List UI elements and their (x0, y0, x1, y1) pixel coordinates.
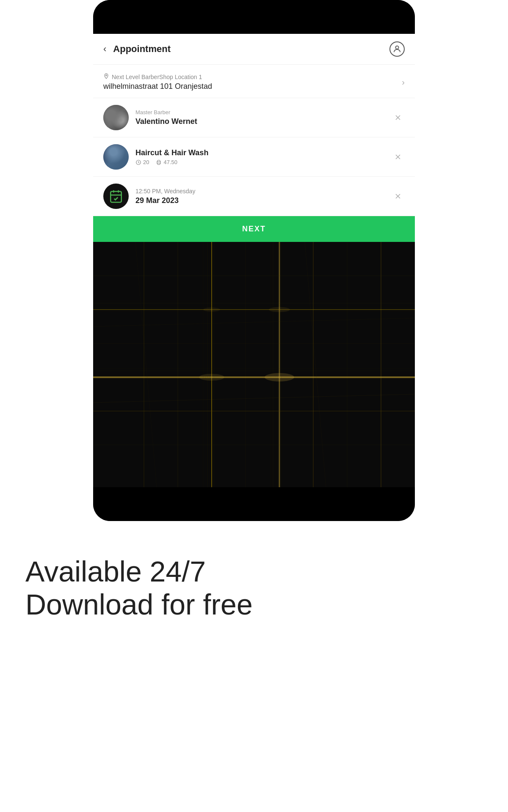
datetime-date: 29 Mar 2023 (135, 196, 384, 205)
tagline-line2: Download for free (25, 588, 253, 621)
barber-avatar (103, 105, 129, 130)
datetime-info: 12:50 PM, Wednesday 29 Mar 2023 (135, 188, 384, 205)
barber-row: Master Barber Valentino Wernet (93, 98, 415, 137)
page-title: Appointment (113, 44, 389, 55)
next-button[interactable]: NEXT (93, 216, 415, 242)
page-wrapper: ‹ Appointment (0, 0, 508, 812)
app-header: ‹ Appointment (93, 34, 415, 65)
svg-rect-13 (93, 242, 415, 487)
device-screen: ‹ Appointment (93, 0, 415, 521)
duration-value: 20 (143, 159, 149, 165)
datetime-time: 12:50 PM, Wednesday (135, 188, 384, 195)
chevron-right-icon: › (402, 77, 405, 87)
svg-point-0 (395, 46, 398, 49)
service-meta: 20 47.50 (135, 159, 384, 165)
svg-point-51 (203, 307, 220, 312)
schedule-avatar (103, 184, 129, 209)
svg-point-49 (269, 307, 290, 312)
back-button[interactable]: ‹ (103, 44, 106, 55)
location-name-row: Next Level BarberShop Location 1 (103, 73, 212, 80)
abstract-bg-svg (93, 242, 415, 487)
barber-name: Valentino Wernet (135, 117, 384, 126)
service-avatar-image (103, 144, 129, 170)
barber-avatar-image (103, 105, 129, 130)
service-info: Haircut & Hair Wash 20 (135, 148, 384, 165)
appointment-card: Next Level BarberShop Location 1 wilhelm… (93, 65, 415, 242)
datetime-row: 12:50 PM, Wednesday 29 Mar 2023 (93, 177, 415, 216)
svg-point-1 (106, 75, 107, 76)
barber-remove-button[interactable] (391, 111, 405, 124)
service-avatar (103, 144, 129, 170)
location-shop-name: Next Level BarberShop Location 1 (112, 74, 202, 80)
location-row[interactable]: Next Level BarberShop Location 1 wilhelm… (93, 65, 415, 98)
price-value: 47.50 (163, 159, 177, 165)
datetime-remove-button[interactable] (391, 189, 405, 203)
screen-top-black (93, 0, 415, 34)
service-duration: 20 (135, 159, 149, 165)
pin-icon (103, 73, 109, 80)
service-remove-button[interactable] (391, 150, 405, 164)
service-row: Haircut & Hair Wash 20 (93, 137, 415, 177)
bottom-text-section: Available 24/7 Download for free (0, 521, 278, 646)
screen-bottom-black (93, 487, 415, 521)
svg-rect-7 (110, 192, 121, 203)
location-left: Next Level BarberShop Location 1 wilhelm… (103, 73, 212, 91)
service-name: Haircut & Hair Wash (135, 148, 384, 157)
tagline-line1: Available 24/7 (25, 555, 253, 588)
svg-point-50 (265, 373, 294, 381)
svg-point-48 (199, 374, 224, 381)
barber-info: Master Barber Valentino Wernet (135, 109, 384, 126)
dark-bg-area (93, 242, 415, 487)
barber-label: Master Barber (135, 109, 384, 115)
device-frame: ‹ Appointment (93, 0, 415, 521)
location-address: wilhelminastraat 101 Oranjestad (103, 82, 212, 91)
service-price: 47.50 (156, 159, 177, 165)
user-icon-button[interactable] (389, 41, 405, 57)
